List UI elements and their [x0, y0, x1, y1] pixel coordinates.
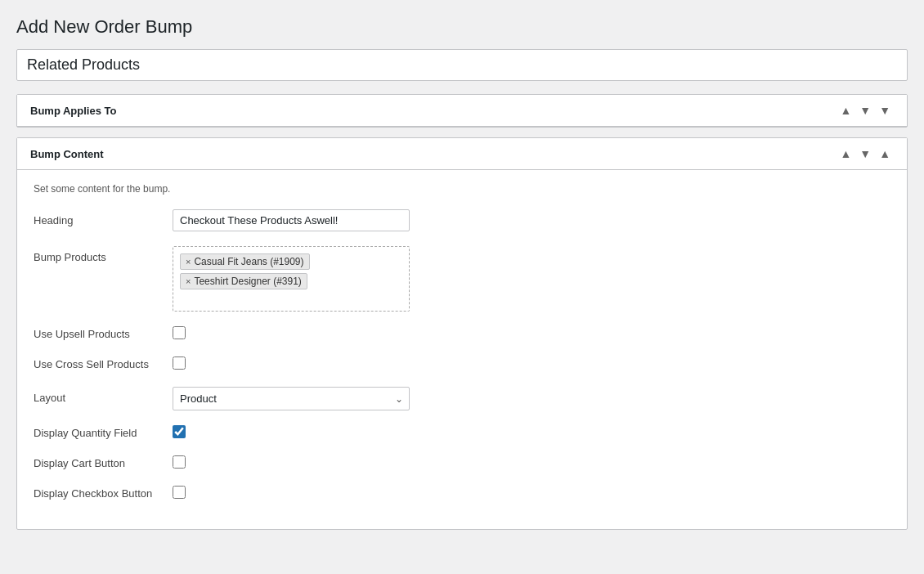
tag-remove-icon[interactable]: × — [186, 276, 191, 286]
bump-products-row: Bump Products × Casual Fit Jeans (#1909)… — [34, 246, 890, 312]
heading-field — [173, 209, 890, 231]
order-name-input[interactable] — [16, 49, 908, 81]
heading-label: Heading — [34, 209, 173, 226]
display-checkbox-checkbox[interactable] — [173, 486, 186, 499]
tag-label: Casual Fit Jeans (#1909) — [194, 256, 303, 267]
bump-content-header: Bump Content ▲ ▼ ▲ — [17, 138, 907, 170]
tag-remove-icon[interactable]: × — [186, 257, 191, 267]
display-qty-row: Display Quantity Field — [34, 425, 890, 441]
bump-content-down-btn[interactable]: ▼ — [856, 146, 874, 161]
bump-applies-to-collapse-btn[interactable]: ▼ — [876, 103, 894, 118]
bump-products-select-box[interactable]: × Casual Fit Jeans (#1909) × Teeshirt De… — [173, 246, 410, 312]
display-qty-label: Display Quantity Field — [34, 427, 173, 439]
use-upsell-label: Use Upsell Products — [34, 328, 173, 340]
chevron-down-icon: ▼ — [859, 147, 871, 160]
bump-content-panel: Bump Content ▲ ▼ ▲ Set some content for … — [16, 137, 908, 530]
layout-select[interactable]: Product Grid List — [173, 387, 410, 410]
display-cart-field — [173, 455, 890, 471]
layout-select-wrapper: Product Grid List ⌄ — [173, 387, 410, 410]
chevron-down-icon: ▼ — [859, 104, 871, 117]
layout-field: Product Grid List ⌄ — [173, 387, 890, 410]
use-cross-sell-label: Use Cross Sell Products — [34, 358, 173, 370]
layout-label: Layout — [34, 387, 173, 404]
use-upsell-field — [173, 326, 890, 342]
layout-row: Layout Product Grid List ⌄ — [34, 387, 890, 410]
use-upsell-row: Use Upsell Products — [34, 326, 890, 342]
heading-input[interactable] — [173, 209, 410, 231]
bump-content-collapse-btn[interactable]: ▲ — [876, 146, 894, 161]
display-cart-row: Display Cart Button — [34, 455, 890, 471]
bump-content-up-btn[interactable]: ▲ — [837, 146, 854, 161]
collapse-icon: ▲ — [879, 147, 890, 160]
bump-content-controls: ▲ ▼ ▲ — [837, 146, 894, 161]
page-title: Add New Order Bump — [16, 16, 908, 38]
bump-content-title: Bump Content — [30, 148, 104, 160]
bump-applies-to-controls: ▲ ▼ ▼ — [837, 103, 894, 118]
bump-content-body: Set some content for the bump. Heading B… — [17, 170, 907, 529]
bump-applies-to-up-btn[interactable]: ▲ — [837, 103, 854, 118]
use-cross-sell-row: Use Cross Sell Products — [34, 357, 890, 372]
display-checkbox-row: Display Checkbox Button — [34, 486, 890, 501]
tag-label: Teeshirt Designer (#391) — [194, 276, 301, 287]
display-checkbox-field — [173, 486, 890, 501]
chevron-up-icon: ▲ — [840, 104, 851, 117]
use-cross-sell-field — [173, 357, 890, 372]
bump-applies-to-panel: Bump Applies To ▲ ▼ ▼ — [16, 94, 908, 128]
display-qty-checkbox[interactable] — [173, 425, 186, 438]
display-cart-checkbox[interactable] — [173, 455, 186, 469]
use-cross-sell-checkbox[interactable] — [173, 357, 186, 370]
bump-applies-to-title: Bump Applies To — [30, 105, 116, 117]
tag-casual-fit-jeans: × Casual Fit Jeans (#1909) — [180, 253, 310, 270]
use-upsell-checkbox[interactable] — [173, 326, 186, 339]
chevron-up-icon: ▲ — [840, 147, 851, 160]
tag-teeshirt-designer: × Teeshirt Designer (#391) — [180, 273, 307, 289]
display-checkbox-label: Display Checkbox Button — [34, 487, 173, 500]
display-cart-label: Display Cart Button — [34, 457, 173, 469]
bump-content-subtitle: Set some content for the bump. — [34, 183, 890, 195]
bump-products-field: × Casual Fit Jeans (#1909) × Teeshirt De… — [173, 246, 890, 312]
heading-row: Heading — [34, 209, 890, 231]
bump-products-label: Bump Products — [34, 246, 173, 263]
bump-applies-to-header: Bump Applies To ▲ ▼ ▼ — [17, 95, 907, 127]
collapse-icon: ▼ — [879, 104, 890, 117]
bump-applies-to-down-btn[interactable]: ▼ — [856, 103, 874, 118]
display-qty-field — [173, 425, 890, 441]
